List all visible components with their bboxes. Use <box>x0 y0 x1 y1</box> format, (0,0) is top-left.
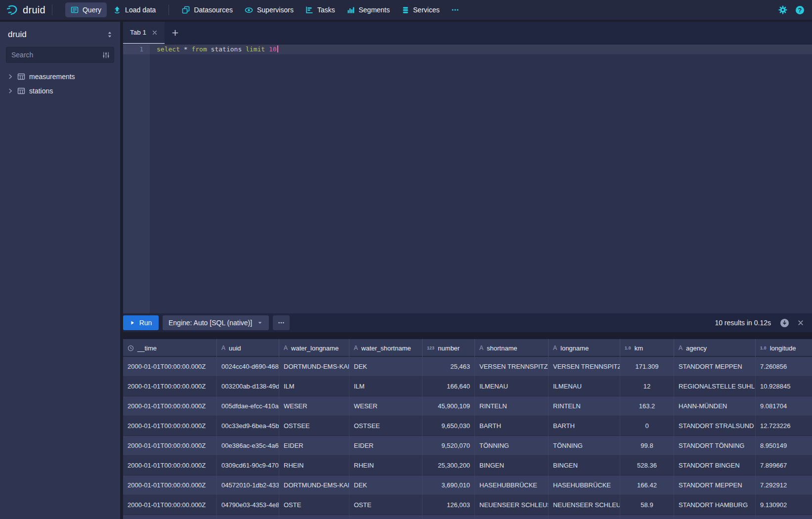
cell-shortname[interactable]: HASEHUBBRÜCKE <box>475 476 549 495</box>
cell-agency[interactable]: STANDORT BINGEN <box>674 456 756 476</box>
cell-number[interactable]: 25,463 <box>423 357 475 377</box>
cell-__time[interactable] <box>123 515 217 519</box>
druid-logo[interactable]: druid <box>6 3 45 16</box>
filter-sliders-icon[interactable] <box>102 51 110 59</box>
cell-longname[interactable]: HASEHUBBRÜCKE <box>549 476 620 495</box>
sql-editor[interactable]: 1 select * from stations limit 10 <box>123 44 812 313</box>
column-header-shortname[interactable]: Ashortname <box>475 339 549 357</box>
nav-datasources[interactable]: Datasources <box>176 2 238 17</box>
column-header-agency[interactable]: Aagency <box>674 339 756 357</box>
nav-tasks[interactable]: Tasks <box>300 2 341 17</box>
cell-agency[interactable]: STANDORT MEPPEN <box>674 357 756 377</box>
cell-number[interactable] <box>423 515 475 519</box>
cell-longname[interactable] <box>549 515 620 519</box>
tab-tab1[interactable]: Tab 1 <box>123 22 165 44</box>
cell-uuid[interactable]: 04572010-1db2-4338-85 <box>217 476 279 495</box>
cell-number[interactable]: 126,003 <box>423 495 475 515</box>
cell-km[interactable]: 171.309 <box>620 357 674 377</box>
cell-number[interactable]: 9,650,030 <box>423 416 475 436</box>
nav-more[interactable] <box>446 2 465 17</box>
column-header-water_shortname[interactable]: Awater_shortname <box>349 339 423 357</box>
tree-item-measurements[interactable]: measurements <box>6 69 114 84</box>
cell-water_shortname[interactable]: RHEIN <box>349 456 423 476</box>
cell-water_shortname[interactable]: DEK <box>349 476 423 495</box>
cell-number[interactable]: 166,640 <box>423 377 475 396</box>
cell-shortname[interactable]: BARTH <box>475 416 549 436</box>
cell-water_longname[interactable] <box>279 515 349 519</box>
cell-km[interactable]: 0 <box>620 416 674 436</box>
cell-water_longname[interactable]: WESER <box>279 396 349 416</box>
column-header-km[interactable]: 1.0km <box>620 339 674 357</box>
double-caret-vertical-icon[interactable] <box>106 31 113 38</box>
cell-km[interactable]: 99.8 <box>620 436 674 456</box>
cell-longname[interactable]: TÖNNING <box>549 436 620 456</box>
cell-__time[interactable]: 2000-01-01T00:00:00.000Z <box>123 436 217 456</box>
cell-longitude[interactable] <box>756 515 812 519</box>
nav-services[interactable]: Services <box>396 2 445 17</box>
cell-longitude[interactable]: 7.260856 <box>756 357 812 377</box>
cell-water_longname[interactable]: ILM <box>279 377 349 396</box>
cell-water_longname[interactable]: OSTSEE <box>279 416 349 436</box>
cell-uuid[interactable]: 005dfdae-efcc-410a-bf1 <box>217 396 279 416</box>
cell-agency[interactable]: STANDORT HAMBURG <box>674 495 756 515</box>
cell-water_longname[interactable]: DORTMUND-EMS-KANAL <box>279 357 349 377</box>
cell-__time[interactable]: 2000-01-01T00:00:00.000Z <box>123 377 217 396</box>
cell-agency[interactable]: REGIONALSTELLE SUHL <box>674 377 756 396</box>
cell-agency[interactable]: STANDORT MEPPEN <box>674 476 756 495</box>
cell-__time[interactable]: 2000-01-01T00:00:00.000Z <box>123 357 217 377</box>
cell-water_shortname[interactable] <box>349 515 423 519</box>
settings-gear-icon[interactable] <box>778 5 787 14</box>
cell-water_shortname[interactable]: ILM <box>349 377 423 396</box>
cell-km[interactable]: 528.36 <box>620 456 674 476</box>
cell-longitude[interactable]: 9.081704 <box>756 396 812 416</box>
cell-shortname[interactable]: BINGEN <box>475 456 549 476</box>
cell-longitude[interactable]: 9.130902 <box>756 495 812 515</box>
cell-number[interactable]: 9,520,070 <box>423 436 475 456</box>
cell-uuid[interactable]: 04790e03-4353-4e80-be <box>217 495 279 515</box>
column-header-water_longname[interactable]: Awater_longname <box>279 339 349 357</box>
cell-uuid[interactable]: 003200ab-d138-49d9-aa <box>217 377 279 396</box>
cell-uuid[interactable]: 0024cc40-d690-468d-84 <box>217 357 279 377</box>
cell-uuid[interactable]: 0309cd61-90c9-470e-99 <box>217 456 279 476</box>
cell-shortname[interactable]: VERSEN TRENNSPITZE <box>475 357 549 377</box>
column-header-longitude[interactable]: 1.0longitude <box>756 339 812 357</box>
cell-water_longname[interactable]: OSTE <box>279 495 349 515</box>
cell-__time[interactable]: 2000-01-01T00:00:00.000Z <box>123 476 217 495</box>
cell-longname[interactable]: VERSEN TRENNSPITZE <box>549 357 620 377</box>
cell-agency[interactable]: STANDORT STRALSUND <box>674 416 756 436</box>
cell-longitude[interactable]: 12.723226 <box>756 416 812 436</box>
cell-agency[interactable]: STANDORT TÖNNING <box>674 436 756 456</box>
engine-select-button[interactable]: Engine: Auto [SQL (native)] <box>163 315 269 330</box>
cell-longname[interactable]: ILMENAU <box>549 377 620 396</box>
cell-km[interactable]: 58.9 <box>620 495 674 515</box>
tree-item-stations[interactable]: stations <box>6 84 114 98</box>
cell-longitude[interactable]: 7.899667 <box>756 456 812 476</box>
cell-__time[interactable]: 2000-01-01T00:00:00.000Z <box>123 456 217 476</box>
cell-km[interactable]: 12 <box>620 377 674 396</box>
tab-close-icon[interactable] <box>152 30 158 36</box>
cell-uuid[interactable]: 00e386ac-e35c-4a6e-80 <box>217 436 279 456</box>
cell-water_shortname[interactable]: EIDER <box>349 436 423 456</box>
cell-__time[interactable]: 2000-01-01T00:00:00.000Z <box>123 416 217 436</box>
column-header-__time[interactable]: __time <box>123 339 217 357</box>
cell-water_longname[interactable]: DORTMUND-EMS-KANAL <box>279 476 349 495</box>
cell-number[interactable]: 25,300,200 <box>423 456 475 476</box>
cell-uuid[interactable] <box>217 515 279 519</box>
nav-load-data[interactable]: Load data <box>108 2 161 17</box>
cell-water_longname[interactable]: RHEIN <box>279 456 349 476</box>
help-icon[interactable]: ? <box>796 6 804 14</box>
cell-water_longname[interactable]: EIDER <box>279 436 349 456</box>
column-header-uuid[interactable]: Auuid <box>217 339 279 357</box>
cell-longitude[interactable]: 7.292912 <box>756 476 812 495</box>
cell-shortname[interactable]: NEUENSEER SCHLEUSEN <box>475 495 549 515</box>
cell-agency[interactable] <box>674 515 756 519</box>
add-tab-icon[interactable] <box>165 22 185 44</box>
column-header-longname[interactable]: Alongname <box>549 339 620 357</box>
close-results-icon[interactable] <box>797 319 804 326</box>
cell-longitude[interactable]: 10.928845 <box>756 377 812 396</box>
cell-__time[interactable]: 2000-01-01T00:00:00.000Z <box>123 396 217 416</box>
cell-water_shortname[interactable]: DEK <box>349 357 423 377</box>
query-more-button[interactable] <box>273 315 290 330</box>
run-button[interactable]: Run <box>123 315 159 330</box>
cell-water_shortname[interactable]: OSTE <box>349 495 423 515</box>
